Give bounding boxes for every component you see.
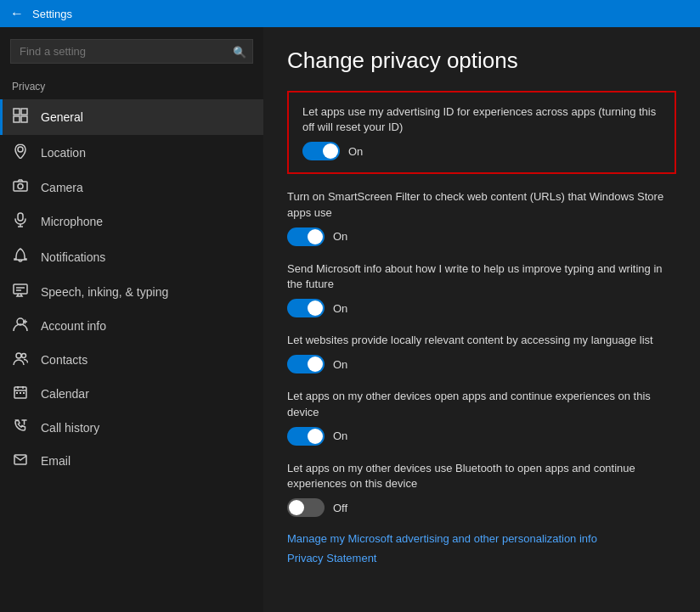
sidebar-item-notifications-label: Notifications bbox=[41, 250, 105, 264]
sidebar-item-account-info[interactable]: Account info bbox=[0, 309, 263, 343]
svg-rect-7 bbox=[18, 213, 23, 221]
notifications-icon bbox=[12, 248, 29, 267]
main-content: Change privacy options Let apps use my a… bbox=[263, 27, 700, 612]
setting-bluetooth-toggle-row: Off bbox=[287, 498, 676, 517]
email-icon bbox=[12, 453, 29, 469]
account-info-icon bbox=[12, 317, 29, 334]
toggle-other-devices-apps[interactable] bbox=[287, 427, 325, 446]
setting-typing-info-description: Send Microsoft info about how I write to… bbox=[287, 261, 676, 292]
svg-point-6 bbox=[18, 184, 23, 189]
svg-rect-5 bbox=[14, 182, 27, 191]
svg-point-4 bbox=[18, 147, 23, 152]
svg-rect-3 bbox=[21, 116, 27, 122]
setting-advertising-id-toggle-row: On bbox=[302, 142, 661, 160]
setting-typing-info-toggle-row: On bbox=[287, 299, 676, 317]
sidebar-item-speech[interactable]: Speech, inking, & typing bbox=[0, 275, 263, 309]
toggle-language-list[interactable] bbox=[287, 355, 325, 373]
titlebar: ← Settings bbox=[0, 0, 700, 27]
location-icon bbox=[12, 143, 29, 162]
search-box: 🔍 bbox=[10, 39, 253, 64]
svg-rect-1 bbox=[21, 109, 27, 115]
app-container: 🔍 Privacy General Location bbox=[0, 27, 700, 612]
toggle-other-devices-apps-knob bbox=[308, 429, 323, 444]
svg-rect-24 bbox=[23, 392, 25, 394]
back-button[interactable]: ← bbox=[10, 6, 24, 21]
svg-rect-10 bbox=[14, 284, 27, 294]
manage-advertising-link[interactable]: Manage my Microsoft advertising and othe… bbox=[287, 532, 676, 545]
call-history-icon bbox=[12, 419, 29, 436]
general-icon bbox=[12, 108, 29, 126]
sidebar-item-speech-label: Speech, inking, & typing bbox=[41, 285, 168, 299]
sidebar-item-email-label: Email bbox=[41, 454, 71, 468]
sidebar-item-calendar[interactable]: Calendar bbox=[0, 377, 263, 411]
toggle-typing-info-label: On bbox=[333, 302, 347, 315]
sidebar-item-notifications[interactable]: Notifications bbox=[0, 239, 263, 275]
svg-rect-23 bbox=[20, 392, 21, 394]
search-input[interactable] bbox=[10, 39, 253, 64]
sidebar-item-contacts-label: Contacts bbox=[41, 353, 88, 367]
sidebar-item-email[interactable]: Email bbox=[0, 445, 263, 477]
sidebar-item-general-label: General bbox=[41, 110, 83, 124]
setting-language-list: Let websites provide locally relevant co… bbox=[287, 333, 676, 373]
setting-bluetooth: Let apps on my other devices use Bluetoo… bbox=[287, 461, 676, 517]
setting-advertising-id-description: Let apps use my advertising ID for exper… bbox=[302, 104, 661, 135]
toggle-smartscreen[interactable] bbox=[287, 227, 325, 246]
setting-smartscreen-description: Turn on SmartScreen Filter to check web … bbox=[287, 189, 676, 220]
microphone-icon bbox=[12, 212, 29, 231]
calendar-icon bbox=[12, 385, 29, 402]
sidebar-item-calendar-label: Calendar bbox=[41, 387, 89, 401]
setting-other-devices-apps-toggle-row: On bbox=[287, 427, 676, 446]
titlebar-title: Settings bbox=[32, 8, 72, 20]
sidebar-item-camera-label: Camera bbox=[41, 181, 83, 194]
svg-point-17 bbox=[22, 354, 26, 358]
sidebar-item-general[interactable]: General bbox=[0, 99, 263, 135]
toggle-bluetooth-knob bbox=[289, 500, 304, 515]
toggle-advertising-id-knob bbox=[323, 143, 338, 159]
toggle-typing-info[interactable] bbox=[287, 299, 325, 317]
links-section: Manage my Microsoft advertising and othe… bbox=[287, 532, 676, 564]
setting-advertising-id: Let apps use my advertising ID for exper… bbox=[287, 91, 676, 174]
setting-other-devices-apps-description: Let apps on my other devices open apps a… bbox=[287, 389, 676, 419]
svg-rect-0 bbox=[14, 109, 20, 115]
toggle-typing-info-knob bbox=[308, 300, 323, 316]
sidebar-item-location[interactable]: Location bbox=[0, 135, 263, 171]
toggle-bluetooth[interactable] bbox=[287, 498, 325, 517]
sidebar-item-contacts[interactable]: Contacts bbox=[0, 343, 263, 377]
sidebar-item-microphone[interactable]: Microphone bbox=[0, 204, 263, 239]
setting-smartscreen-toggle-row: On bbox=[287, 227, 676, 246]
speech-icon bbox=[12, 284, 29, 300]
toggle-advertising-id[interactable] bbox=[302, 142, 340, 160]
sidebar-item-location-label: Location bbox=[41, 146, 86, 160]
toggle-smartscreen-label: On bbox=[333, 230, 347, 243]
sidebar-item-call-history-label: Call history bbox=[41, 421, 99, 435]
page-title: Change privacy options bbox=[287, 48, 676, 74]
sidebar-section-label: Privacy bbox=[0, 76, 263, 99]
toggle-smartscreen-knob bbox=[308, 229, 323, 244]
setting-bluetooth-description: Let apps on my other devices use Bluetoo… bbox=[287, 461, 676, 491]
contacts-icon bbox=[12, 351, 29, 368]
search-icon: 🔍 bbox=[233, 45, 246, 58]
svg-point-16 bbox=[16, 353, 21, 358]
sidebar-item-microphone-label: Microphone bbox=[41, 215, 103, 228]
setting-other-devices-apps: Let apps on my other devices open apps a… bbox=[287, 389, 676, 445]
camera-icon bbox=[12, 179, 29, 195]
toggle-advertising-id-label: On bbox=[348, 145, 363, 158]
setting-smartscreen: Turn on SmartScreen Filter to check web … bbox=[287, 189, 676, 245]
toggle-other-devices-apps-label: On bbox=[333, 430, 347, 442]
setting-language-list-description: Let websites provide locally relevant co… bbox=[287, 333, 676, 348]
sidebar-item-account-info-label: Account info bbox=[41, 319, 106, 333]
setting-language-list-toggle-row: On bbox=[287, 355, 676, 373]
setting-typing-info: Send Microsoft info about how I write to… bbox=[287, 261, 676, 317]
svg-rect-2 bbox=[14, 116, 20, 122]
privacy-statement-link[interactable]: Privacy Statement bbox=[287, 552, 676, 564]
toggle-language-list-knob bbox=[308, 357, 323, 372]
sidebar: 🔍 Privacy General Location bbox=[0, 27, 263, 612]
toggle-bluetooth-label: Off bbox=[333, 502, 347, 514]
sidebar-item-call-history[interactable]: Call history bbox=[0, 411, 263, 445]
sidebar-item-camera[interactable]: Camera bbox=[0, 171, 263, 204]
toggle-language-list-label: On bbox=[333, 358, 347, 371]
svg-rect-22 bbox=[16, 392, 18, 394]
